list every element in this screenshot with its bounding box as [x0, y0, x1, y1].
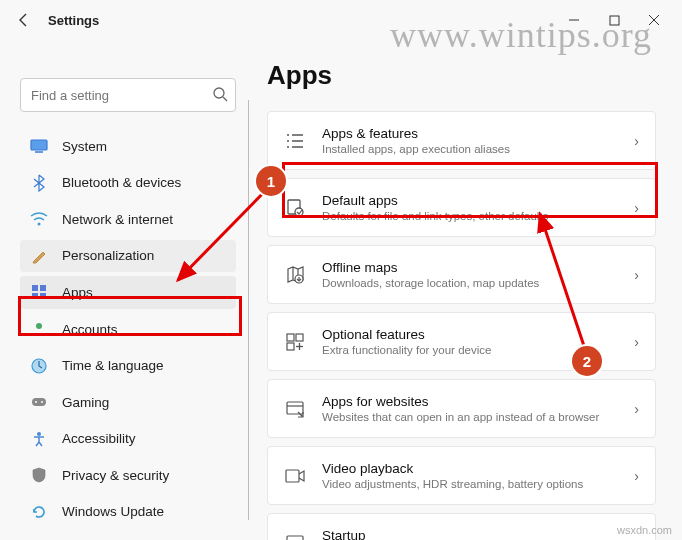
card-offline-maps[interactable]: Offline mapsDownloads, storage location,… — [267, 245, 656, 304]
card-video-playback[interactable]: Video playbackVideo adjustments, HDR str… — [267, 446, 656, 505]
list-icon — [284, 130, 306, 152]
map-icon — [284, 264, 306, 286]
vertical-divider — [248, 100, 249, 520]
minimize-icon — [568, 14, 580, 26]
sidebar: System Bluetooth & devices Network & int… — [0, 40, 248, 540]
card-sub: Defaults for file and link types, other … — [322, 210, 618, 222]
sidebar-item-time[interactable]: Time & language — [20, 349, 236, 382]
svg-rect-31 — [287, 343, 294, 350]
svg-point-4 — [214, 88, 224, 98]
window-controls — [554, 4, 674, 36]
svg-rect-6 — [31, 140, 47, 150]
svg-point-17 — [41, 401, 43, 403]
sidebar-item-gaming[interactable]: Gaming — [20, 386, 236, 419]
sidebar-item-accounts[interactable]: Accounts — [20, 313, 236, 346]
search-input[interactable] — [20, 78, 236, 112]
sidebar-item-label: Bluetooth & devices — [62, 175, 181, 190]
wifi-icon — [30, 210, 48, 228]
card-title: Startup — [322, 528, 618, 540]
chevron-right-icon: › — [634, 267, 639, 283]
sidebar-item-privacy[interactable]: Privacy & security — [20, 459, 236, 492]
person-icon — [30, 320, 48, 338]
card-apps-features[interactable]: Apps & featuresInstalled apps, app execu… — [267, 111, 656, 170]
shield-icon — [30, 466, 48, 484]
card-default-apps[interactable]: Default appsDefaults for file and link t… — [267, 178, 656, 237]
settings-window: Settings System Bluetooth & devices Ne — [0, 0, 682, 540]
card-title: Apps for websites — [322, 394, 618, 409]
card-title: Default apps — [322, 193, 618, 208]
sidebar-item-personalization[interactable]: Personalization — [20, 240, 236, 273]
svg-rect-29 — [287, 334, 294, 341]
card-sub: Downloads, storage location, map updates — [322, 277, 618, 289]
sidebar-item-network[interactable]: Network & internet — [20, 203, 236, 236]
features-icon — [284, 331, 306, 353]
svg-rect-12 — [40, 293, 46, 299]
globe-clock-icon — [30, 357, 48, 375]
minimize-button[interactable] — [554, 4, 594, 36]
card-sub: Installed apps, app execution aliases — [322, 143, 618, 155]
window-title: Settings — [48, 13, 99, 28]
svg-point-18 — [37, 432, 41, 436]
sidebar-item-apps[interactable]: Apps — [20, 276, 236, 309]
card-optional-features[interactable]: Optional featuresExtra functionality for… — [267, 312, 656, 371]
card-startup[interactable]: StartupApps that automatically start whe… — [267, 513, 656, 540]
system-icon — [30, 137, 48, 155]
svg-line-5 — [223, 97, 227, 101]
card-title: Offline maps — [322, 260, 618, 275]
bluetooth-icon — [30, 174, 48, 192]
default-apps-icon — [284, 197, 306, 219]
chevron-right-icon: › — [634, 535, 639, 541]
chevron-right-icon: › — [634, 334, 639, 350]
sidebar-item-update[interactable]: Windows Update — [20, 495, 236, 528]
sidebar-item-accessibility[interactable]: Accessibility — [20, 422, 236, 455]
arrow-left-icon — [16, 12, 32, 28]
close-button[interactable] — [634, 4, 674, 36]
search-wrap — [20, 78, 236, 112]
sidebar-item-label: Personalization — [62, 248, 154, 263]
svg-rect-1 — [610, 16, 619, 25]
card-title: Optional features — [322, 327, 618, 342]
svg-rect-10 — [40, 285, 46, 291]
main-content: Apps Apps & featuresInstalled apps, app … — [253, 40, 682, 540]
sidebar-item-label: System — [62, 139, 107, 154]
svg-point-8 — [38, 223, 41, 226]
sidebar-item-label: Accessibility — [62, 431, 136, 446]
back-button[interactable] — [8, 4, 40, 36]
sidebar-item-system[interactable]: System — [20, 130, 236, 163]
close-icon — [648, 14, 660, 26]
video-icon — [284, 465, 306, 487]
maximize-icon — [609, 15, 620, 26]
page-title: Apps — [267, 60, 656, 91]
card-title: Apps & features — [322, 126, 618, 141]
sidebar-item-label: Accounts — [62, 322, 118, 337]
card-apps-websites[interactable]: Apps for websitesWebsites that can open … — [267, 379, 656, 438]
apps-icon — [30, 283, 48, 301]
chevron-right-icon: › — [634, 468, 639, 484]
svg-point-13 — [36, 323, 42, 329]
svg-rect-34 — [287, 402, 303, 414]
card-sub: Websites that can open in an app instead… — [322, 411, 618, 423]
sidebar-item-label: Apps — [62, 285, 93, 300]
paint-icon — [30, 247, 48, 265]
sidebar-item-bluetooth[interactable]: Bluetooth & devices — [20, 167, 236, 200]
svg-point-16 — [35, 401, 37, 403]
sidebar-item-label: Time & language — [62, 358, 164, 373]
card-sub: Video adjustments, HDR streaming, batter… — [322, 478, 618, 490]
search-icon — [212, 86, 228, 102]
sidebar-item-label: Gaming — [62, 395, 109, 410]
svg-rect-9 — [32, 285, 38, 291]
svg-rect-37 — [287, 536, 303, 541]
accessibility-icon — [30, 430, 48, 448]
svg-rect-15 — [32, 398, 46, 406]
gaming-icon — [30, 393, 48, 411]
sidebar-item-label: Windows Update — [62, 504, 164, 519]
maximize-button[interactable] — [594, 4, 634, 36]
update-icon — [30, 503, 48, 521]
titlebar: Settings — [0, 0, 682, 40]
chevron-right-icon: › — [634, 133, 639, 149]
card-title: Video playback — [322, 461, 618, 476]
chevron-right-icon: › — [634, 401, 639, 417]
sidebar-item-label: Privacy & security — [62, 468, 169, 483]
card-sub: Extra functionality for your device — [322, 344, 618, 356]
websites-icon — [284, 398, 306, 420]
